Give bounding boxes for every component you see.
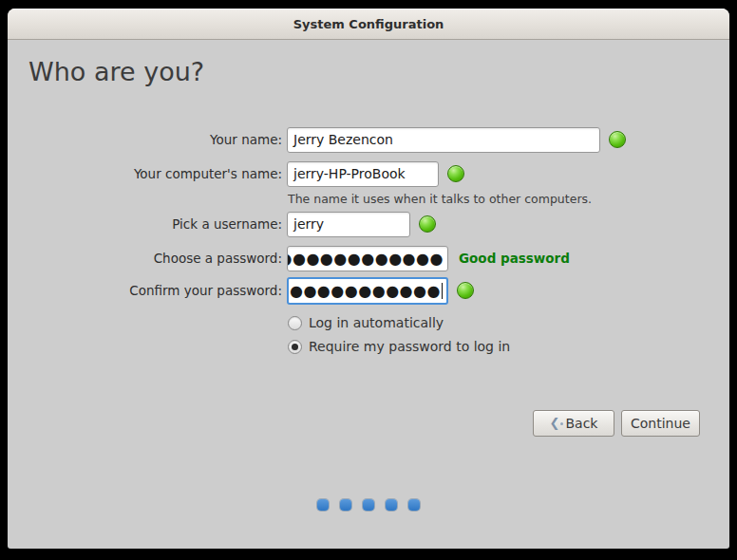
progress-dot [408, 499, 420, 511]
computer-name-input[interactable]: jerry-HP-ProBook [287, 161, 439, 187]
text-caret [442, 283, 443, 299]
your-name-value: Jerry Bezencon [293, 132, 393, 147]
progress-dot [340, 499, 351, 511]
username-label: Pick a username: [8, 216, 282, 232]
radio-button-icon[interactable] [288, 316, 302, 330]
radio-log-in-automatically[interactable]: Log in automatically [288, 314, 444, 331]
computer-name-label: Your computer's name: [8, 166, 282, 181]
computer-name-value: jerry-HP-ProBook [293, 166, 406, 181]
form-row-password: Choose a password: ●●●●●●●●●●●●●● Good p… [8, 245, 729, 271]
password-label: Choose a password: [8, 251, 282, 266]
window-title: System Configuration [293, 17, 444, 31]
wizard-progress-indicator [8, 499, 729, 511]
username-value: jerry [293, 216, 324, 232]
page-title: Who are you? [28, 57, 204, 86]
installer-window: System Configuration Who are you? Your n… [8, 9, 729, 549]
radio-log-in-automatically-label: Log in automatically [309, 315, 444, 330]
password-masked-value: ●●●●●●●●●●●●●● [287, 250, 444, 268]
password-input[interactable]: ●●●●●●●●●●●●●● [287, 246, 448, 271]
radio-require-password-label: Require my password to log in [309, 339, 510, 354]
form-row-confirm-password: Confirm your password: ●●●●●●●●●●●●●● [8, 277, 729, 304]
window-titlebar[interactable]: System Configuration [8, 9, 729, 40]
form-row-username: Pick a username: jerry [8, 211, 729, 237]
confirm-password-masked-value: ●●●●●●●●●●●●●● [287, 282, 441, 300]
radio-require-password[interactable]: Require my password to log in [288, 338, 510, 355]
password-strength-text: Good password [459, 251, 570, 266]
form-row-your-name: Your name: Jerry Bezencon [8, 126, 729, 153]
username-ok-status-icon [419, 215, 436, 233]
confirm-password-label: Confirm your password: [8, 283, 282, 298]
computer-name-helper-text: The name it uses when it talks to other … [288, 192, 592, 206]
confirm-password-input[interactable]: ●●●●●●●●●●●●●● [287, 277, 448, 305]
radio-button-selected-icon[interactable] [288, 340, 302, 354]
your-name-ok-status-icon [609, 131, 626, 148]
form-row-computer-name: Your computer's name: jerry-HP-ProBook [8, 160, 729, 187]
computer-name-ok-status-icon [447, 165, 464, 182]
your-name-input[interactable]: Jerry Bezencon [287, 127, 600, 153]
back-button[interactable]: ❮ Back [533, 410, 614, 437]
back-button-label: Back [565, 416, 597, 431]
confirm-password-ok-status-icon [457, 282, 474, 299]
continue-button-label: Continue [631, 416, 690, 431]
progress-dot [363, 499, 374, 511]
continue-button[interactable]: Continue [621, 410, 700, 437]
username-input[interactable]: jerry [287, 212, 410, 237]
your-name-label: Your name: [8, 132, 282, 147]
back-arrow-icon: ❮ [550, 416, 564, 430]
progress-dot [317, 499, 329, 511]
progress-dot [386, 499, 397, 511]
